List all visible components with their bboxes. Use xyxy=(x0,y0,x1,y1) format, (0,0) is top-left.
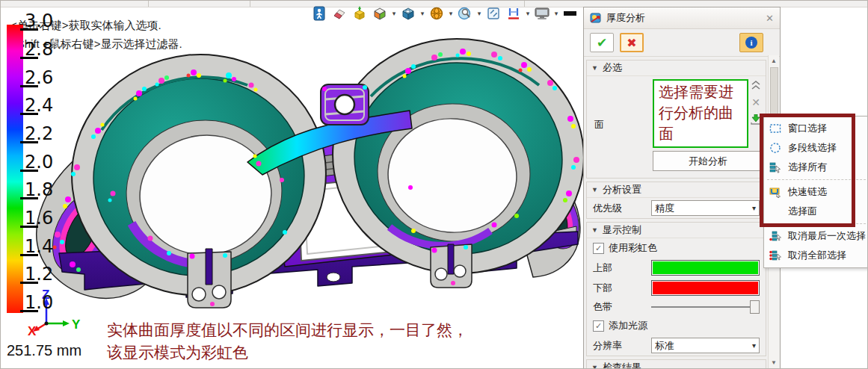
scale-label: 2.8 xyxy=(25,39,53,60)
color-scale-bar xyxy=(7,25,23,313)
menu-separator xyxy=(767,179,868,180)
dropdown-arrow-icon[interactable]: ▾ xyxy=(448,10,454,17)
menu-item-select-all[interactable]: 选择所有 xyxy=(764,158,868,177)
menu-item-label: 快速链选 xyxy=(788,185,827,199)
tab-strip-segment xyxy=(1,1,149,7)
dropdown-arrow-icon[interactable]: ▾ xyxy=(476,10,482,17)
section-required-header[interactable]: ▼ 必选 xyxy=(587,61,766,76)
menu-item-deselect-last[interactable]: 取消最后一次选择 xyxy=(764,226,868,246)
thickness-analysis-dialog: 厚度分析 ✕ ✔ ✖ i ▼ 必选 面 选择需要进行分析的曲面 ✕ xyxy=(583,7,781,369)
ok-button[interactable]: ✔ xyxy=(590,33,614,52)
color-band-slider[interactable] xyxy=(651,300,760,314)
section-check-results-header[interactable]: ▼ 检查结果 xyxy=(587,360,766,369)
slider-handle[interactable] xyxy=(750,300,760,314)
priority-value: 精度 xyxy=(655,202,752,215)
wireframe-sphere-icon[interactable] xyxy=(428,4,446,22)
axis-y-label: Y xyxy=(72,317,81,332)
light-source-row: ✓ 添加光源 xyxy=(587,316,766,335)
zoom-view-icon[interactable] xyxy=(456,4,474,22)
menu-item-deselect-all[interactable]: 取消全部选择 xyxy=(764,246,868,265)
rainbow-color-row: ✓ 使用彩虹色 xyxy=(587,238,766,258)
dropdown-arrow-icon[interactable]: ▾ xyxy=(419,10,425,17)
section-check-results-title: 检查结果 xyxy=(603,361,641,369)
section-display-control: ▼ 显示控制 ✓ 使用彩虹色 上部 下部 色带 xyxy=(586,222,766,356)
measurement-readout: 251.75 mm xyxy=(7,342,81,359)
annotation-text: 实体曲面厚度值以不同的区间进行显示，一目了然， 该显示模式为彩虹色 xyxy=(107,319,468,364)
dropdown-arrow-icon[interactable]: ▾ xyxy=(553,10,559,17)
scale-label: 1.6 xyxy=(25,208,53,229)
resolution-dropdown[interactable]: 标准 ▾ xyxy=(651,338,760,353)
scale-label: 1.4 xyxy=(25,236,53,257)
menu-item-label: 选择所有 xyxy=(788,161,827,174)
dialog-titlebar[interactable]: 厚度分析 ✕ xyxy=(584,7,780,29)
section-collapse-icon: ▼ xyxy=(591,64,598,72)
extrude-box-icon[interactable] xyxy=(351,4,369,22)
view-cube-icon[interactable] xyxy=(399,4,417,22)
section-analysis-settings-header[interactable]: ▼ 分析设置 xyxy=(587,182,766,198)
view-toolbar: ▾ ▾ ▾ ▾ ▾ ▾ xyxy=(310,4,579,23)
scroll-down-icon[interactable]: ▼ xyxy=(769,359,779,366)
measure-distance-icon[interactable] xyxy=(505,4,523,22)
marquee-select-icon xyxy=(769,123,782,134)
color-band-row: 色带 xyxy=(587,298,766,316)
light-source-label: 添加光源 xyxy=(609,319,647,332)
scale-label: 2.2 xyxy=(25,123,53,144)
display-monitor-icon[interactable] xyxy=(533,4,551,22)
quick-chain-icon xyxy=(769,186,782,198)
section-collapse-icon: ▼ xyxy=(591,226,598,234)
thickness-analysis-icon xyxy=(590,12,602,24)
scale-label: 2.0 xyxy=(25,152,53,173)
section-required-title: 必选 xyxy=(603,61,622,75)
polygon-select-icon xyxy=(769,142,782,154)
priority-label: 优先级 xyxy=(593,202,651,215)
clear-selection-icon[interactable]: ✕ xyxy=(751,96,760,108)
upper-color-swatch[interactable] xyxy=(651,260,760,276)
sketch-exit-icon[interactable] xyxy=(310,4,328,22)
annotation-line1: 实体曲面厚度值以不同的区间进行显示，一目了然， xyxy=(107,319,468,341)
fit-window-icon[interactable] xyxy=(484,4,502,22)
light-source-checkbox[interactable]: ✓ xyxy=(593,320,604,332)
scale-label: 1.8 xyxy=(25,179,53,200)
menu-item-window-select[interactable]: 窗口选择 xyxy=(764,119,868,138)
selection-context-menu: 窗口选择 多段线选择 选择所有 快速链选 选择面 取消最后一次选择 xyxy=(763,116,868,268)
section-analysis-settings: ▼ 分析设置 优先级 精度 ▾ xyxy=(586,182,766,219)
rainbow-color-checkbox[interactable]: ✓ xyxy=(593,243,604,254)
cad-model[interactable] xyxy=(37,28,585,308)
menu-item-select-face[interactable]: 选择面 xyxy=(764,202,868,221)
lower-label: 下部 xyxy=(593,282,651,295)
info-icon: i xyxy=(745,37,757,49)
dropdown-arrow-icon[interactable]: ▾ xyxy=(391,10,397,17)
model-top-tab xyxy=(321,84,369,125)
section-display-control-header[interactable]: ▼ 显示控制 xyxy=(587,223,766,238)
selection-tooltip: 选择需要进行分析的曲面 xyxy=(653,79,748,148)
cancel-button[interactable]: ✖ xyxy=(620,33,644,52)
collapsed-toolbar-icon[interactable] xyxy=(561,4,579,22)
resolution-value: 标准 xyxy=(655,339,752,353)
deselect-all-icon xyxy=(769,249,782,261)
menu-item-label: 选择面 xyxy=(788,205,817,218)
tab-strip-segment xyxy=(148,1,250,7)
dropdown-arrow-icon[interactable]: ▾ xyxy=(525,10,531,17)
face-label: 面 xyxy=(594,118,604,131)
model-bottom-hole xyxy=(327,273,340,282)
cad-viewport[interactable]: Z Y X xyxy=(1,7,585,369)
resolution-label: 分辨率 xyxy=(593,339,651,353)
slider-track-line xyxy=(651,306,760,308)
eraser-icon[interactable] xyxy=(330,4,348,22)
collapse-list-icon[interactable] xyxy=(751,81,760,90)
info-button[interactable]: i xyxy=(739,33,763,52)
load-selection-icon[interactable] xyxy=(751,114,761,125)
scale-label: 2.4 xyxy=(25,95,53,116)
lower-color-swatch[interactable] xyxy=(651,280,760,296)
color-band-label: 色带 xyxy=(593,300,651,314)
shaded-cube-icon[interactable] xyxy=(371,4,389,22)
lower-color-row: 下部 xyxy=(587,278,766,298)
menu-item-label: 窗口选择 xyxy=(788,122,827,135)
scroll-up-icon[interactable]: ▲ xyxy=(769,58,779,64)
menu-item-polyline-select[interactable]: 多段线选择 xyxy=(764,138,868,158)
menu-item-quick-chain[interactable]: 快速链选 xyxy=(764,182,868,202)
axis-x-label: X xyxy=(28,324,37,338)
priority-dropdown[interactable]: 精度 ▾ xyxy=(651,200,760,216)
close-icon[interactable]: ✕ xyxy=(766,13,774,24)
start-analysis-button[interactable]: 开始分析 xyxy=(653,151,763,171)
